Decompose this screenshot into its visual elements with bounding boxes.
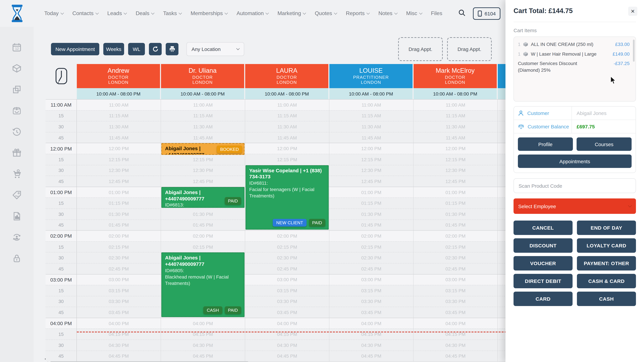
time-slot[interactable]: 04:45 PM xyxy=(245,351,330,361)
time-slot[interactable]: 04:15 PM xyxy=(161,329,245,340)
time-slot[interactable]: 12:15 PM xyxy=(161,154,245,165)
time-slot[interactable]: 12:30 PM xyxy=(414,165,498,176)
time-slot[interactable]: 03:15 PM xyxy=(245,285,330,296)
calendar-icon[interactable]: 12 xyxy=(12,42,22,52)
profile-button[interactable]: Profile xyxy=(518,137,573,151)
price-tag-icon[interactable] xyxy=(12,190,22,200)
discount-button[interactable]: DISCOUNT xyxy=(514,238,572,253)
time-slot[interactable]: 02:30 PM xyxy=(245,253,330,263)
appt-6813[interactable]: Abigail Jones | +4407490009777ID#6813:La… xyxy=(161,187,244,208)
time-slot[interactable]: 12:00 PM xyxy=(77,143,161,154)
time-slot[interactable]: 03:30 PM xyxy=(77,296,161,307)
gift-icon[interactable] xyxy=(12,148,22,158)
time-slot[interactable]: 03:45 PM xyxy=(245,307,330,318)
time-slot[interactable]: 04:45 PM xyxy=(77,351,161,361)
package-icon[interactable] xyxy=(12,63,22,73)
nav-item-today[interactable]: Today xyxy=(44,10,63,16)
time-slot[interactable]: 02:15 PM xyxy=(414,242,498,252)
time-slot[interactable]: 04:15 PM xyxy=(77,329,161,340)
time-slot[interactable]: 04:00 PM xyxy=(414,318,498,329)
time-slot[interactable]: 02:15 PM xyxy=(245,242,330,252)
time-slot[interactable]: 02:15 PM xyxy=(77,242,161,252)
time-slot[interactable]: 11:15 AM xyxy=(245,110,330,121)
direct-debit-button[interactable]: DIRECT DEBIT xyxy=(514,274,572,288)
time-slot[interactable]: 02:00 PM xyxy=(245,231,330,241)
search-icon[interactable] xyxy=(458,9,466,18)
time-slot[interactable]: 02:00 PM xyxy=(330,231,414,241)
time-slot[interactable]: 01:30 PM xyxy=(161,209,245,219)
time-slot[interactable]: 03:15 PM xyxy=(330,285,414,296)
card-button[interactable]: CARD xyxy=(514,292,572,306)
time-slot[interactable]: 12:30 PM xyxy=(330,165,414,176)
customer-link[interactable]: Customer xyxy=(527,110,549,116)
nav-item-contacts[interactable]: Contacts xyxy=(72,10,98,16)
time-slot[interactable]: 04:00 PM xyxy=(330,318,414,329)
time-slot[interactable]: 01:30 PM xyxy=(330,209,414,219)
time-slot[interactable]: 02:30 PM xyxy=(330,253,414,263)
nav-item-notes[interactable]: Notes xyxy=(378,10,397,16)
column-header-mark-mcelroy[interactable]: Mark McElroyDOCTORLONDON xyxy=(414,64,498,88)
app-logo-hourglass-icon[interactable] xyxy=(10,4,24,24)
cart-item[interactable]: 1W | Laser Hair Removal | Large£149.00 xyxy=(518,51,630,57)
payment-other-button[interactable]: PAYMENT: OTHER xyxy=(577,256,636,271)
time-slot[interactable]: 02:15 PM xyxy=(161,242,245,252)
time-slot[interactable]: 01:15 PM xyxy=(330,198,414,209)
cash-button[interactable]: CASH xyxy=(577,292,636,306)
nav-item-tasks[interactable]: Tasks xyxy=(163,10,182,16)
report-icon[interactable] xyxy=(12,211,22,221)
waitlist-button[interactable]: WL xyxy=(128,43,145,55)
drag-appointment-dropzone-1[interactable]: Drag Appt. xyxy=(398,37,443,61)
time-slot[interactable]: 01:30 PM xyxy=(414,209,498,219)
time-slot[interactable]: 01:00 PM xyxy=(77,187,161,198)
column-header-louise[interactable]: LOUISEPRACTITIONERLONDON xyxy=(330,64,414,88)
customer-balance-link[interactable]: Customer Balance xyxy=(528,124,569,129)
loyalty-card-button[interactable]: LOYALTY CARD xyxy=(577,238,636,253)
shopping-bag-icon[interactable] xyxy=(12,106,22,116)
time-slot[interactable]: 12:45 PM xyxy=(330,176,414,187)
time-slot[interactable]: 12:15 PM xyxy=(77,154,161,165)
drag-appointment-dropzone-2[interactable]: Drag Appt. xyxy=(447,37,492,61)
station-phone-badge[interactable]: 6104 xyxy=(473,7,500,19)
time-slot[interactable]: 04:30 PM xyxy=(414,340,498,351)
time-slot[interactable]: 03:15 PM xyxy=(77,285,161,296)
nav-item-files[interactable]: Files xyxy=(431,10,442,16)
time-slot[interactable]: 04:00 PM xyxy=(77,318,161,329)
time-slot[interactable]: 01:45 PM xyxy=(330,220,414,230)
column-header-laura[interactable]: LAURADOCTORLONDON xyxy=(245,64,330,88)
time-slot[interactable]: 11:30 AM xyxy=(414,121,498,132)
courses-button[interactable]: Courses xyxy=(576,137,632,151)
time-slot[interactable]: 04:45 PM xyxy=(414,351,498,361)
appt-6812[interactable]: Abigail Jones | +4407490009777ID#6812: -… xyxy=(161,143,244,155)
nav-item-deals[interactable]: Deals xyxy=(136,10,154,16)
nav-item-leads[interactable]: Leads xyxy=(107,10,126,16)
time-slot[interactable]: 02:45 PM xyxy=(77,264,161,274)
time-slot[interactable]: 12:30 PM xyxy=(161,165,245,176)
time-slot[interactable]: 01:00 PM xyxy=(330,187,414,198)
lock-icon[interactable] xyxy=(12,253,22,264)
time-slot[interactable]: 12:00 PM xyxy=(330,143,414,154)
time-slot[interactable]: 03:00 PM xyxy=(330,274,414,285)
time-slot[interactable]: 04:15 PM xyxy=(245,329,330,340)
time-slot[interactable]: 02:00 PM xyxy=(77,231,161,241)
cancel-button[interactable]: CANCEL xyxy=(514,221,572,235)
time-slot[interactable]: 03:00 PM xyxy=(414,274,498,285)
time-slot[interactable]: 11:30 AM xyxy=(330,121,414,132)
time-slot[interactable]: 01:45 PM xyxy=(414,220,498,230)
time-slot[interactable]: 03:30 PM xyxy=(414,296,498,307)
time-slot[interactable]: 03:45 PM xyxy=(330,307,414,318)
time-slot[interactable]: 11:30 AM xyxy=(77,121,161,132)
time-slot[interactable]: 03:45 PM xyxy=(77,307,161,318)
nav-item-automation[interactable]: Automation xyxy=(237,10,268,16)
appt-6805[interactable]: Abigail Jones | +4407490009777ID#6805:Bl… xyxy=(161,253,244,317)
time-slot[interactable]: 04:45 PM xyxy=(161,351,245,361)
time-slot[interactable]: 04:30 PM xyxy=(330,340,414,351)
time-slot[interactable]: 04:15 PM xyxy=(414,329,498,340)
time-slot[interactable]: 12:15 PM xyxy=(245,154,330,165)
nav-item-misc[interactable]: Misc xyxy=(406,10,422,16)
location-select[interactable]: Any Location xyxy=(186,42,244,56)
time-slot[interactable]: 12:45 PM xyxy=(77,176,161,187)
time-slot[interactable]: 04:15 PM xyxy=(330,329,414,340)
customer-name-value[interactable]: Abigail Jones xyxy=(572,107,636,120)
time-slot[interactable]: 01:15 PM xyxy=(77,198,161,209)
time-slot[interactable]: 11:00 AM xyxy=(77,99,161,110)
